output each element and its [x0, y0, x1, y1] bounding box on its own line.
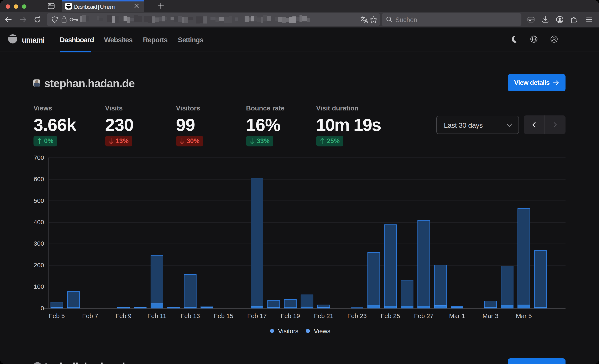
svg-text:Mar 3: Mar 3 — [483, 312, 499, 319]
svg-text:Feb 9: Feb 9 — [116, 312, 132, 319]
svg-text:600: 600 — [34, 176, 44, 182]
svg-text:Feb 15: Feb 15 — [214, 312, 233, 319]
svg-text:Views: Views — [314, 328, 330, 335]
svg-text:500: 500 — [34, 197, 44, 204]
svg-text:Feb 13: Feb 13 — [181, 312, 200, 319]
svg-text:Feb 11: Feb 11 — [148, 312, 166, 319]
svg-text:700: 700 — [34, 154, 44, 161]
svg-text:Mar 5: Mar 5 — [516, 312, 532, 319]
svg-text:Feb 23: Feb 23 — [347, 312, 367, 319]
svg-text:400: 400 — [34, 219, 44, 225]
svg-text:200: 200 — [34, 262, 44, 268]
svg-text:300: 300 — [34, 240, 44, 247]
svg-text:Feb 7: Feb 7 — [82, 312, 98, 319]
svg-text:Feb 27: Feb 27 — [414, 312, 433, 319]
svg-text:Feb 25: Feb 25 — [381, 312, 400, 319]
svg-text:Feb 21: Feb 21 — [314, 312, 333, 319]
svg-text:100: 100 — [34, 283, 44, 290]
svg-text:0: 0 — [41, 305, 44, 311]
svg-text:Feb 19: Feb 19 — [281, 312, 300, 319]
svg-text:Feb 5: Feb 5 — [49, 312, 65, 319]
svg-text:Mar 1: Mar 1 — [449, 312, 465, 319]
svg-text:Visitors: Visitors — [278, 328, 299, 335]
svg-text:Feb 17: Feb 17 — [247, 312, 267, 319]
